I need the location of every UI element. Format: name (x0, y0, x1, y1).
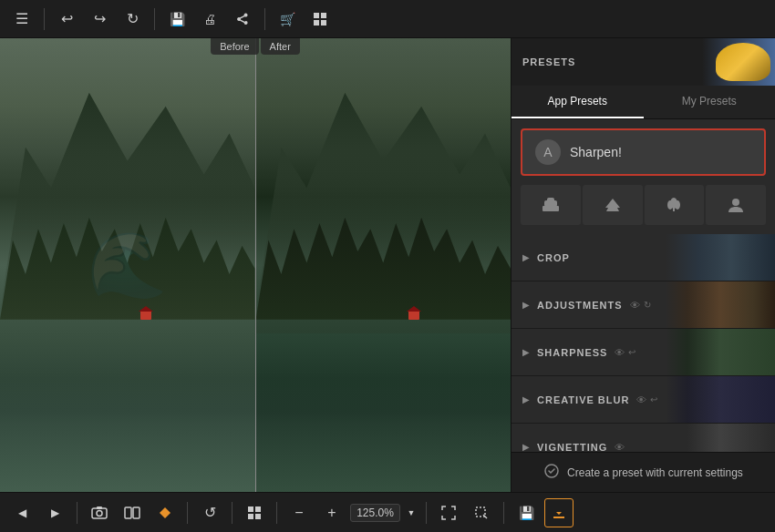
water-overlay-before (0, 333, 255, 492)
after-label: After (261, 38, 300, 55)
save-button[interactable]: 💾 (162, 5, 191, 34)
svg-point-14 (97, 510, 102, 516)
cart-button[interactable]: 🛒 (273, 5, 302, 34)
section-arrow-sharpness: ▶ (522, 347, 530, 357)
separator-2 (154, 8, 155, 30)
tab-app-presets[interactable]: App Presets (512, 86, 644, 118)
presets-title: PRESETS (522, 56, 575, 67)
compare-mode-btn[interactable] (150, 498, 180, 527)
grid2-button[interactable] (240, 498, 269, 527)
top-toolbar: ☰ ↩ ↪ ↻ 💾 🖨 🛒 (0, 0, 775, 38)
svg-rect-17 (133, 507, 140, 518)
section-label-vignetting: VIGNETTING (537, 442, 607, 453)
svg-rect-13 (92, 508, 107, 518)
zoom-sel-button[interactable] (467, 498, 496, 527)
image-before: 🌊 (0, 38, 256, 492)
section-bg-sharpness (666, 329, 775, 375)
svg-rect-1 (321, 13, 326, 18)
section-bg-blur (666, 376, 775, 423)
svg-rect-6 (547, 198, 554, 202)
create-preset-icon (543, 463, 560, 483)
export-button[interactable] (544, 498, 574, 527)
create-preset-bar[interactable]: Create a preset with current settings (512, 452, 775, 492)
svg-rect-3 (321, 20, 326, 26)
zoom-display[interactable]: 125.0% (350, 504, 400, 522)
svg-rect-19 (248, 506, 253, 512)
section-sharpness[interactable]: ▶ SHARPNESS 👁 ↩ (512, 329, 775, 376)
prev-button[interactable]: ◀ (7, 498, 36, 527)
svg-rect-10 (673, 208, 675, 211)
section-vignetting[interactable]: ▶ VIGNETTING 👁 (512, 424, 775, 452)
right-panel: PRESETS App Presets My Presets A Sharpen… (511, 38, 775, 492)
section-icons-sharpness: 👁 ↩ (615, 347, 636, 358)
house-dot-after (408, 311, 419, 320)
photo-button[interactable] (85, 498, 114, 527)
separator-bottom-6 (503, 502, 504, 524)
separator-bottom-4 (276, 502, 277, 524)
category-portrait-btn[interactable] (706, 185, 766, 225)
category-landscapes-btn[interactable] (521, 185, 581, 225)
rotate-button[interactable]: ↺ (195, 498, 224, 527)
separator-bottom-1 (77, 502, 78, 524)
house-dot-before (140, 311, 151, 320)
image-after (256, 38, 512, 492)
section-label-crop: CROP (537, 252, 570, 263)
svg-marker-18 (160, 507, 170, 518)
bottom-toolbar-left: ◀ ▶ ↺ − + 125.0% ▼ 💾 (7, 498, 574, 527)
svg-rect-16 (125, 507, 131, 518)
compare-button[interactable] (118, 498, 147, 527)
ba-labels-container: Before After (0, 38, 511, 55)
section-arrow-blur: ▶ (522, 394, 530, 404)
presets-decorative (702, 38, 775, 86)
section-label-sharpness: SHARPNESS (537, 347, 607, 358)
sections-list: ▶ CROP ▶ ADJUSTMENTS 👁 ↻ ▶ SHARPNESS 👁 (512, 234, 775, 452)
section-bg-vignetting (666, 424, 775, 452)
grid-button[interactable] (305, 5, 335, 34)
svg-rect-0 (314, 13, 319, 18)
preset-featured-sharpen[interactable]: A Sharpen! (521, 128, 766, 176)
print-button[interactable]: 🖨 (195, 5, 224, 34)
before-image: 🌊 (0, 38, 255, 492)
tab-my-presets[interactable]: My Presets (644, 86, 776, 118)
section-icons-vignetting: 👁 (615, 442, 625, 453)
svg-rect-21 (248, 514, 253, 519)
zoom-in-button[interactable]: + (317, 498, 346, 527)
next-button[interactable]: ▶ (40, 498, 69, 527)
section-crop[interactable]: ▶ CROP (512, 234, 775, 281)
section-bg-crop (666, 234, 775, 281)
section-bg-adjustments (666, 281, 775, 328)
undo2-button[interactable]: ↪ (85, 5, 114, 34)
after-image (256, 38, 512, 492)
fit-button[interactable] (434, 498, 463, 527)
category-nature-btn[interactable] (583, 185, 643, 225)
genie-lamp (716, 43, 770, 81)
separator-1 (44, 8, 45, 30)
separator-3 (264, 8, 265, 30)
separator-bottom-2 (187, 502, 188, 524)
watermark-before: 🌊 (91, 229, 164, 302)
share-button[interactable] (228, 5, 257, 34)
section-label-adjustments: ADJUSTMENTS (537, 300, 623, 311)
section-icons-adjustments: 👁 ↻ (630, 300, 651, 311)
undo-button[interactable]: ↩ (52, 5, 81, 34)
section-creative-blur[interactable]: ▶ CREATIVE BLUR 👁 ↩ (512, 376, 775, 424)
main-content: Before After 🌊 (0, 38, 775, 492)
save2-button[interactable]: 💾 (512, 498, 541, 527)
category-flora-btn[interactable] (645, 185, 705, 225)
svg-point-11 (732, 199, 739, 206)
presets-header: PRESETS (512, 38, 775, 86)
create-preset-text: Create a preset with current settings (567, 466, 743, 479)
menu-button[interactable]: ☰ (7, 5, 36, 34)
before-label: Before (211, 38, 258, 55)
zoom-dropdown-button[interactable]: ▼ (404, 498, 418, 527)
preset-name: Sharpen! (570, 145, 622, 159)
section-icons-blur: 👁 ↩ (636, 394, 657, 405)
eye-icon-sharpness: 👁 (615, 347, 625, 358)
tab-bar: App Presets My Presets (512, 86, 775, 119)
section-arrow-crop: ▶ (522, 252, 530, 262)
editor-panel: Before After 🌊 (0, 38, 511, 492)
section-adjustments[interactable]: ▶ ADJUSTMENTS 👁 ↻ (512, 281, 775, 329)
redo-button[interactable]: ↻ (118, 5, 147, 34)
svg-rect-22 (255, 514, 261, 519)
zoom-out-button[interactable]: − (284, 498, 314, 527)
